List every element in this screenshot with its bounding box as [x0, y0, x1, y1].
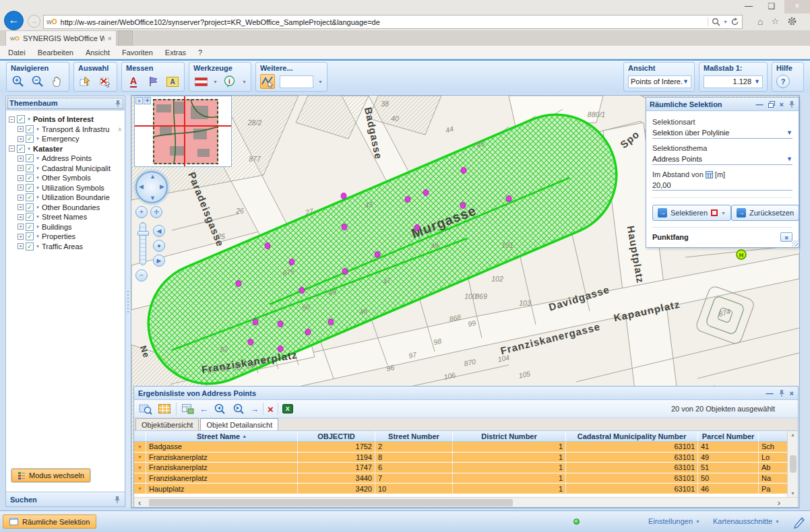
window-minimize-button[interactable]: — — [740, 0, 757, 13]
tree-caret-icon[interactable]: ▼ — [36, 166, 40, 170]
show-table-icon[interactable] — [157, 401, 172, 416]
overview-map[interactable]: x ✛ — [134, 96, 232, 167]
table-row[interactable]: ▼Badgasse1752216310141Sch — [134, 442, 798, 453]
tree-expander-icon[interactable]: + — [18, 234, 24, 240]
tree-expander-icon[interactable]: + — [18, 136, 24, 142]
panel-minimize-icon[interactable]: — — [766, 389, 774, 397]
pin-icon[interactable] — [788, 100, 795, 108]
scroll-thumb[interactable] — [149, 499, 513, 506]
tree-checkbox[interactable]: ✓ — [26, 203, 34, 211]
search-icon[interactable] — [712, 18, 720, 26]
pan-left-icon[interactable]: ◀ — [139, 183, 144, 190]
full-extent-button[interactable]: ✛ — [150, 206, 162, 218]
redline-pencil-icon[interactable] — [792, 515, 806, 529]
tree-checkbox[interactable]: ✓ — [17, 145, 25, 153]
tree-item-points-of-interest[interactable]: −✓▼Points of Interest — [6, 114, 125, 125]
window-maximize-button[interactable]: ❑ — [763, 0, 780, 13]
selected-address-point[interactable] — [289, 259, 294, 265]
menu-ansicht[interactable]: Ansicht — [86, 48, 110, 57]
selected-address-point[interactable] — [460, 203, 466, 209]
zoom-slider-thumb[interactable] — [137, 231, 149, 236]
scroll-down-icon[interactable]: ▼ — [790, 491, 795, 496]
tree-expander-icon[interactable]: − — [9, 117, 15, 123]
pin-icon[interactable] — [115, 100, 121, 107]
scroll-right-icon[interactable]: › — [778, 498, 798, 508]
tree-expander-icon[interactable]: + — [18, 165, 24, 171]
einstellungen-menu[interactable]: Einstellungen▼ — [648, 517, 700, 525]
table-horizontal-scrollbar[interactable]: ‹ › — [134, 497, 798, 507]
tree-item-emergency[interactable]: +✓▼Emergency — [6, 134, 125, 144]
zoom-previous-icon[interactable] — [212, 401, 227, 416]
tree-item-properties[interactable]: +✓▼Properties — [6, 232, 125, 242]
table-vertical-scrollbar[interactable]: ▲▼ — [787, 431, 798, 497]
menu-extras[interactable]: Extras — [165, 48, 186, 57]
tree-expander-icon[interactable]: + — [18, 214, 24, 220]
row-expander-icon[interactable]: ▼ — [134, 484, 146, 494]
table-row[interactable]: ▼Franziskanerplatz1194816310149Lo — [134, 453, 798, 463]
tree-item-street-names[interactable]: +✓▼Street Names — [6, 212, 125, 222]
selected-address-point[interactable] — [278, 321, 283, 327]
tree-item-transport-infrastru[interactable]: +✓▼Transport & Infrastru — [6, 125, 125, 135]
tree-item-utilization-boundarie[interactable]: +✓▼Utilization Boundarie — [6, 193, 125, 203]
prev-extent-button[interactable]: ◀ — [153, 225, 165, 237]
selected-address-point[interactable] — [265, 243, 270, 249]
tree-caret-icon[interactable]: ▼ — [27, 147, 31, 151]
browser-back-button[interactable]: ← — [4, 11, 24, 30]
column-header-objectid[interactable]: OBJECTID — [298, 431, 375, 441]
panel-resize-grip[interactable] — [792, 240, 798, 246]
tree-checkbox[interactable]: ✓ — [26, 223, 34, 231]
tree-item-traffic-areas[interactable]: +✓▼Traffic Areas — [6, 242, 125, 252]
tree-item-address-points[interactable]: +✓▼Address Points — [6, 154, 125, 164]
tree-caret-icon[interactable]: ▼ — [36, 244, 40, 248]
tree-expander-icon[interactable]: + — [18, 243, 24, 249]
tree-expander-icon[interactable]: − — [9, 145, 15, 152]
table-row[interactable]: ▼Franziskanerplatz1747616310151Ab — [134, 463, 798, 473]
polyline-select-icon[interactable] — [260, 74, 275, 89]
tree-expander-icon[interactable]: + — [18, 175, 24, 181]
selected-address-point[interactable] — [375, 252, 380, 258]
clear-selection-icon[interactable] — [98, 74, 113, 89]
selected-address-point[interactable] — [305, 329, 311, 335]
pan-hand-icon[interactable] — [50, 74, 65, 89]
window-close-button[interactable]: × — [784, 0, 810, 13]
tree-checkbox[interactable]: ✓ — [26, 135, 34, 143]
selektionsthema-select[interactable]: Address Points▼ — [652, 154, 792, 165]
browser-tab[interactable]: wO SYNERGIS WebOffice Web... × — [5, 30, 117, 46]
excel-export-icon[interactable]: X — [282, 404, 293, 413]
tree-checkbox[interactable]: ✓ — [26, 154, 34, 162]
first-record-icon[interactable]: ← — [199, 404, 208, 414]
tree-item-cadastral-municipalit[interactable]: +✓▼Cadastral Municipalit — [6, 164, 125, 174]
tree-expander-icon[interactable]: + — [18, 126, 24, 132]
help-button[interactable]: ? — [776, 75, 790, 88]
flag-caret-icon[interactable]: ▼ — [213, 79, 218, 84]
row-expander-icon[interactable]: ▼ — [134, 473, 146, 484]
tab-objekt-detailansicht[interactable]: Objekt Detailansicht — [200, 418, 278, 430]
center-button[interactable]: ● — [153, 240, 165, 252]
overview-close-icon[interactable]: x — [135, 97, 143, 104]
selected-address-point[interactable] — [423, 190, 429, 196]
task-raeumliche-selektion-button[interactable]: Räumliche Selektion — [3, 514, 96, 529]
zoom-in-button[interactable]: + — [135, 206, 148, 218]
row-expander-icon[interactable]: ▼ — [134, 463, 146, 473]
tree-caret-icon[interactable]: ▼ — [36, 215, 40, 219]
column-header-extra[interactable] — [759, 431, 788, 441]
scale-input[interactable]: 1.128▼ — [704, 75, 763, 88]
scroll-thumb[interactable] — [790, 455, 797, 473]
zoom-out-button[interactable]: − — [135, 269, 148, 281]
tree-item-kataster[interactable]: −✓▼Kataster — [6, 144, 125, 154]
table-row[interactable]: ▼Hauptplatz34201016310146Pa — [134, 484, 798, 494]
tree-caret-icon[interactable]: ▼ — [36, 195, 40, 199]
tree-item-buildings[interactable]: +✓▼Buildings — [6, 222, 125, 232]
selected-address-point[interactable] — [236, 281, 241, 287]
search-caret-icon[interactable]: ▼ — [723, 20, 728, 24]
kartenausschnitte-menu[interactable]: Kartenausschnitte▼ — [713, 517, 780, 525]
zuruecksetzen-button[interactable]: → Zurücksetzen — [731, 205, 799, 221]
selektieren-button[interactable]: → Selektieren ▼ — [652, 205, 731, 221]
weitere-combo[interactable] — [280, 75, 313, 88]
table-row[interactable]: ▼Franziskanerplatz3440716310150Na — [134, 473, 798, 484]
menu-bearbeiten[interactable]: Bearbeiten — [38, 48, 73, 57]
measure-flag-icon[interactable] — [146, 74, 160, 89]
selektieren-caret-icon[interactable]: ▼ — [721, 211, 726, 215]
map-viewport[interactable]: 38404445880/128/287726252787543464748495… — [131, 95, 800, 508]
selected-address-point[interactable] — [461, 168, 466, 174]
